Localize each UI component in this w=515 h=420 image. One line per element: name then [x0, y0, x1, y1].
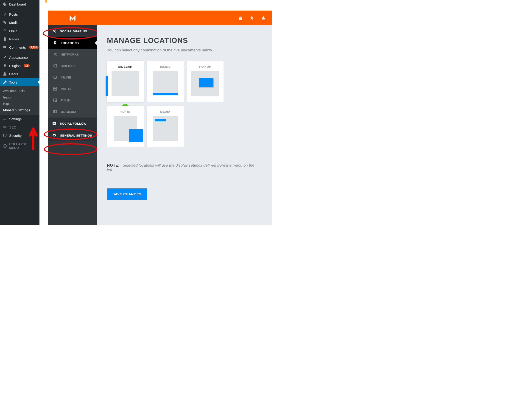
share-icon — [53, 52, 57, 56]
locations-grid: SIDEBAR INLINE POP UP FLY IN MEDIA — [107, 61, 262, 147]
wp-sub-monarch-settings[interactable]: Monarch Settings — [0, 107, 39, 113]
svg-rect-9 — [54, 78, 56, 79]
location-preview — [153, 71, 178, 93]
svg-rect-13 — [55, 101, 57, 102]
wp-nav-label: Media — [9, 21, 19, 25]
wp-nav-label: Tools — [9, 80, 17, 84]
svg-point-4 — [4, 126, 7, 128]
wp-nav-label: Security — [9, 134, 22, 137]
wp-sub-import[interactable]: Import — [0, 94, 39, 101]
wp-nav-label: Users — [9, 72, 18, 76]
monarch-sub-label: INLINE — [61, 76, 71, 79]
location-preview — [114, 116, 137, 141]
plus-box-icon — [52, 121, 56, 126]
monarch-nav-label: SOCIAL FOLLOW — [60, 122, 86, 125]
import-export-icon[interactable] — [250, 16, 254, 20]
wp-nav-label: Comments — [9, 45, 26, 49]
wp-tools-submenu: Available Tools Import Export Monarch Se… — [0, 86, 39, 115]
collapse-icon — [3, 144, 7, 148]
plug-icon — [3, 64, 7, 68]
location-card-media[interactable]: MEDIA — [147, 106, 184, 147]
wp-nav-label: Posts — [9, 12, 18, 16]
seo-icon — [3, 125, 7, 129]
wp-nav-seo[interactable]: SEO — [0, 123, 39, 131]
plugins-count-badge: 13 — [24, 64, 30, 67]
monarch-sub-popup[interactable]: POP UP — [48, 83, 97, 95]
wp-nav-label: Plugins — [9, 64, 20, 68]
monarch-nav-label: SOCIAL SHARING — [60, 30, 87, 33]
monarch-sub-sidebar[interactable]: SIDEBAR — [48, 60, 97, 72]
monarch-sub-inline[interactable]: INLINE — [48, 72, 97, 83]
svg-rect-8 — [54, 76, 56, 78]
location-card-inline[interactable]: INLINE — [147, 61, 184, 102]
save-changes-button[interactable]: SAVE CHANGES — [107, 188, 147, 200]
wp-nav-tools[interactable]: Tools — [0, 78, 39, 86]
pin-icon — [3, 12, 7, 16]
brush-icon — [3, 55, 7, 60]
flyin-layout-icon — [53, 98, 57, 102]
svg-rect-6 — [53, 65, 54, 67]
svg-point-15 — [54, 111, 55, 112]
monarch-nav-label: GENERAL SETTINGS — [60, 134, 92, 137]
comments-count-badge: 9,931 — [29, 46, 39, 49]
wp-admin-sidebar: Dashboard Posts Media Links Pages Commen… — [0, 0, 39, 225]
wp-nav-settings[interactable]: Settings — [0, 115, 39, 123]
wp-nav-label: Pages — [9, 37, 19, 41]
wp-nav-pages[interactable]: Pages — [0, 35, 39, 43]
wp-sub-available-tools[interactable]: Available Tools — [0, 88, 39, 94]
location-preview — [112, 71, 139, 96]
wrench-icon — [3, 80, 7, 84]
shield-icon — [3, 133, 7, 137]
wp-nav-comments[interactable]: Comments 9,931 — [0, 43, 39, 51]
media-icon — [3, 20, 7, 25]
svg-point-0 — [3, 21, 5, 23]
wp-nav-links[interactable]: Links — [0, 27, 39, 35]
location-preview — [191, 71, 219, 96]
location-card-title: POP UP — [190, 65, 221, 68]
link-icon — [3, 29, 7, 33]
wp-collapse-label: COLLAPSE MENU — [9, 142, 37, 150]
wp-nav-label: Appearance — [9, 56, 28, 60]
wp-collapse-menu[interactable]: COLLAPSE MENU — [0, 140, 39, 152]
monarch-sub-label: ON MEDIA — [61, 110, 76, 114]
wp-nav-plugins[interactable]: Plugins 13 — [0, 61, 39, 70]
location-preview — [153, 116, 178, 141]
monarch-sub-locations[interactable]: LOCATIONS — [48, 37, 97, 49]
main-content: MANAGE LOCATIONS You can select any comb… — [97, 25, 272, 225]
monarch-sub-flyin[interactable]: FLY IN — [48, 95, 97, 106]
wp-nav-security[interactable]: Security — [0, 131, 39, 140]
note-body: Selected locations will use the display … — [107, 163, 254, 172]
wp-nav-appearance[interactable]: Appearance — [0, 53, 39, 61]
image-icon — [53, 110, 57, 114]
monarch-nav-general-settings[interactable]: GENERAL SETTINGS — [48, 129, 97, 141]
note-label: NOTE: — [107, 163, 119, 168]
user-icon — [3, 72, 7, 76]
monarch-sidebar: SOCIAL SHARING LOCATIONS NETWORKS SIDEBA… — [48, 11, 97, 225]
monarch-sub-onmedia[interactable]: ON MEDIA — [48, 106, 97, 118]
svg-point-1 — [5, 22, 6, 24]
svg-point-2 — [4, 72, 6, 74]
location-card-popup[interactable]: POP UP — [187, 61, 224, 102]
wp-sub-export[interactable]: Export — [0, 101, 39, 107]
wp-nav-dashboard[interactable]: Dashboard — [0, 0, 39, 8]
monarch-sub-label: NETWORKS — [61, 53, 79, 56]
wp-nav-label: Settings — [9, 117, 22, 121]
wp-nav-media[interactable]: Media — [0, 18, 39, 27]
svg-rect-7 — [55, 65, 57, 67]
monarch-nav-social-follow[interactable]: SOCIAL FOLLOW — [48, 118, 97, 129]
share-icon — [52, 29, 56, 33]
location-card-flyin[interactable]: FLY IN — [107, 106, 144, 147]
stats-icon[interactable] — [261, 16, 266, 20]
dashboard-icon — [3, 2, 7, 6]
wp-nav-users[interactable]: Users — [0, 70, 39, 78]
location-card-title: INLINE — [150, 65, 181, 68]
monarch-nav-social-sharing[interactable]: SOCIAL SHARING — [48, 25, 97, 37]
gear-icon — [52, 133, 56, 137]
wp-nav-posts[interactable]: Posts — [0, 10, 39, 18]
monarch-sub-networks[interactable]: NETWORKS — [48, 49, 97, 60]
monarch-sub-label: POP UP — [61, 87, 73, 91]
location-card-sidebar[interactable]: SIDEBAR — [107, 61, 144, 102]
lock-icon[interactable] — [238, 16, 243, 20]
comment-icon — [3, 45, 7, 49]
sidebar-layout-icon — [53, 64, 57, 68]
